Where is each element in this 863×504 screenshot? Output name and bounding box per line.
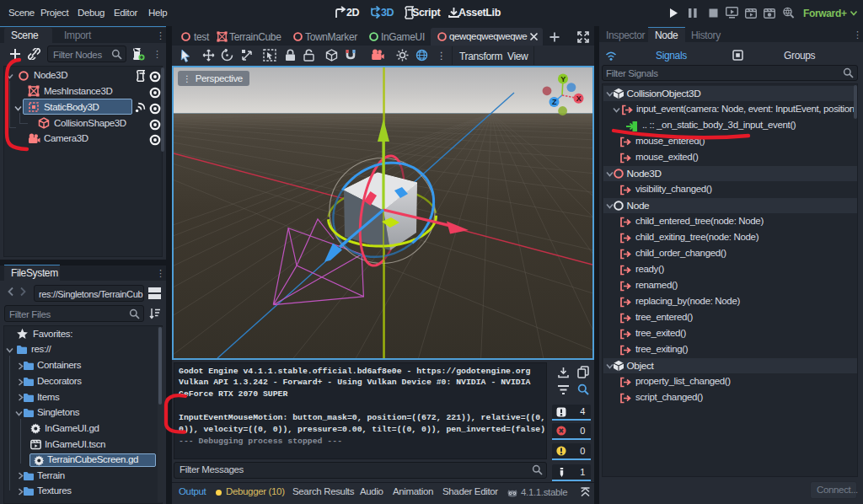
- svg-text:Y: Y: [560, 75, 566, 83]
- svg-text:Z: Z: [552, 98, 557, 106]
- svg-text:X: X: [576, 94, 582, 103]
